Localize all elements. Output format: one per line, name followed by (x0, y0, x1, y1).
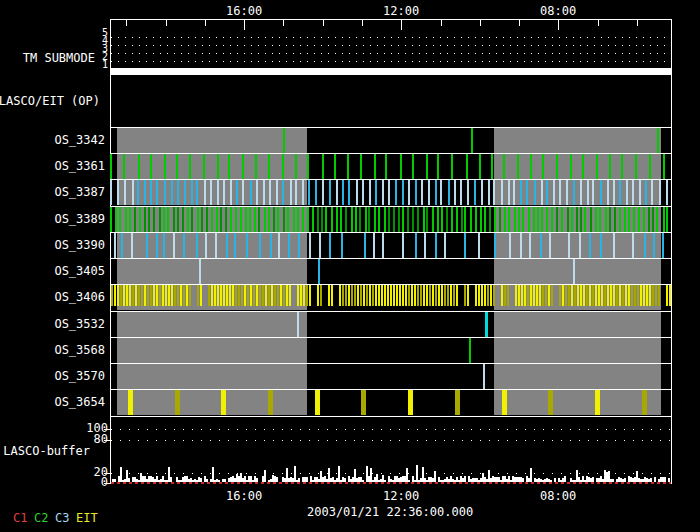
event-tick (396, 285, 398, 306)
event-tick (613, 285, 615, 306)
event-tick (308, 180, 310, 205)
event-tick (319, 233, 321, 258)
event-tick (182, 207, 184, 232)
event-tick (610, 285, 612, 306)
event-tick (388, 180, 390, 205)
gray-band-right (494, 312, 661, 337)
event-tick (638, 207, 640, 232)
event-tick (669, 285, 671, 306)
event-tick (250, 180, 252, 205)
event-tick (520, 180, 522, 205)
event-tick (215, 233, 217, 258)
event-tick (123, 285, 125, 306)
top-axis-tick-label: 16:00 (226, 4, 262, 18)
event-tick (481, 285, 483, 306)
event-tick (666, 207, 668, 232)
event-tick (408, 390, 413, 415)
event-tick (428, 180, 430, 205)
event-tick (250, 285, 252, 306)
row-label: OS_3568 (54, 344, 105, 357)
event-tick (530, 154, 532, 179)
buffer-bar (612, 479, 614, 482)
event-tick (562, 285, 564, 306)
event-tick (464, 207, 466, 232)
event-tick (176, 154, 178, 179)
event-tick (340, 207, 342, 232)
event-tick (624, 207, 626, 232)
event-tick (556, 207, 558, 232)
event-tick (388, 207, 390, 232)
event-tick (546, 180, 548, 205)
event-tick (518, 285, 520, 306)
event-tick (424, 233, 426, 258)
event-tick (655, 285, 657, 306)
buffer-bar (344, 478, 346, 482)
event-tick (173, 233, 175, 258)
event-tick (129, 207, 131, 232)
event-tick (270, 233, 272, 258)
event-tick (639, 180, 641, 205)
event-tick (533, 207, 535, 232)
event-tick (129, 285, 131, 306)
event-tick (246, 233, 248, 258)
event-tick (514, 207, 516, 232)
event-tick (502, 390, 507, 415)
event-tick (466, 154, 468, 179)
event-tick (503, 154, 505, 179)
top-axis-tick (126, 19, 127, 26)
gray-band-right (494, 390, 661, 415)
event-tick (156, 285, 158, 306)
event-tick (494, 207, 496, 232)
event-tick (441, 207, 443, 232)
event-tick (643, 285, 645, 306)
event-tick (206, 207, 208, 232)
event-tick (435, 233, 437, 258)
event-tick (359, 207, 361, 232)
top-axis-line (110, 19, 672, 20)
event-tick (278, 233, 280, 258)
event-tick (268, 154, 270, 179)
event-tick (483, 364, 485, 389)
bottom-axis-tick-label: 16:00 (226, 489, 262, 503)
event-tick (619, 180, 621, 205)
event-tick (659, 180, 661, 205)
event-tick (412, 207, 414, 232)
event-tick (309, 233, 311, 258)
buffer-grid-dotted-line (111, 473, 671, 474)
event-tick (221, 390, 226, 415)
event-tick (582, 154, 584, 179)
top-axis-tick (205, 19, 206, 26)
event-tick (115, 207, 117, 232)
event-tick (315, 390, 320, 415)
event-tick (559, 180, 561, 205)
event-tick (375, 285, 377, 306)
row-separator-line (110, 127, 672, 128)
gray-band-left (117, 364, 307, 389)
event-tick (264, 207, 266, 232)
event-tick (663, 207, 665, 232)
event-tick (268, 390, 273, 415)
event-tick (325, 207, 327, 232)
event-tick (460, 180, 462, 205)
event-tick (548, 285, 550, 306)
event-tick (120, 285, 122, 306)
event-tick (658, 285, 660, 306)
event-tick (571, 285, 573, 306)
event-tick (417, 285, 419, 306)
event-tick (616, 285, 618, 306)
event-tick (577, 285, 579, 306)
row-separator-line (110, 179, 672, 180)
event-tick (322, 154, 324, 179)
event-tick (536, 285, 538, 306)
event-tick (604, 285, 606, 306)
event-tick (220, 207, 222, 232)
event-tick (363, 285, 365, 306)
event-tick (247, 285, 249, 306)
event-tick (499, 207, 501, 232)
event-tick (282, 180, 284, 205)
event-tick (474, 180, 476, 205)
top-axis-tick (441, 19, 442, 26)
buffer-bar (306, 477, 308, 482)
event-tick (600, 233, 602, 258)
event-tick (607, 285, 609, 306)
